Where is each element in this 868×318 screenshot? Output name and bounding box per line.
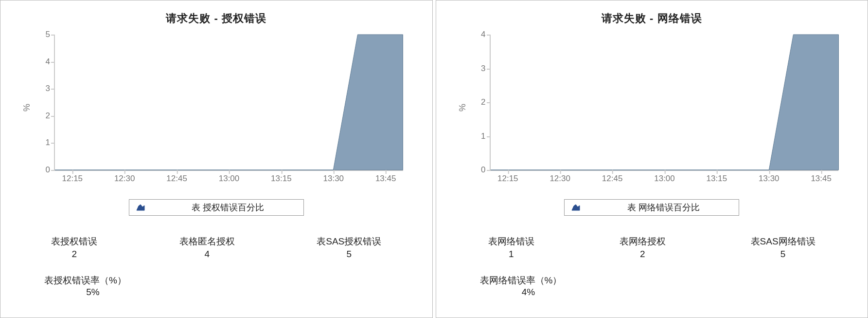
y-tick: 3	[471, 64, 486, 74]
y-tick: 2	[471, 97, 486, 107]
x-tick: 12:15	[497, 174, 518, 184]
y-tick: 0	[471, 165, 486, 175]
y-axis-label: %	[457, 104, 467, 112]
x-tick: 13:30	[759, 174, 779, 184]
panel-authorization-errors: 请求失败 - 授权错误 % 01234512:1512:3012:4513:00…	[0, 0, 433, 318]
legend-area-icon	[571, 204, 580, 211]
stat-value: 1	[488, 249, 534, 260]
stat-value: 5	[751, 249, 815, 260]
legend-label: 表 网络错误百分比	[595, 202, 732, 213]
footer-value: 5%	[44, 287, 142, 298]
x-tick: 12:15	[62, 174, 83, 184]
x-tick: 13:45	[375, 174, 396, 184]
x-tick: 13:00	[219, 174, 240, 184]
x-tick: 12:45	[166, 174, 187, 184]
x-tick: 12:30	[114, 174, 135, 184]
footer-label: 表授权错误率（%）	[44, 274, 423, 287]
area-series	[55, 35, 403, 170]
y-tick: 3	[35, 84, 50, 94]
area-svg-1	[491, 35, 839, 170]
legend-area-icon	[136, 204, 145, 211]
x-tick: 13:15	[707, 174, 727, 184]
y-tick: 4	[471, 30, 486, 39]
y-tick: 4	[35, 57, 50, 67]
stat-label: 表网络授权	[620, 235, 666, 248]
dashboard: 请求失败 - 授权错误 % 01234512:1512:3012:4513:00…	[0, 0, 868, 318]
chart-title: 请求失败 - 网络错误	[446, 11, 858, 26]
stat-value: 2	[620, 249, 666, 260]
x-tick: 12:45	[602, 174, 623, 184]
legend-label: 表 授权错误百分比	[159, 202, 297, 213]
panel-network-errors: 请求失败 - 网络错误 % 0123412:1512:3012:4513:001…	[436, 0, 868, 318]
x-tick: 13:15	[271, 174, 292, 184]
stat-value: 4	[179, 249, 235, 260]
footer-label: 表网络错误率（%）	[480, 274, 858, 287]
chart-area-0[interactable]: % 01234512:1512:3012:4513:0013:1513:3013…	[25, 30, 408, 186]
stat-value: 2	[51, 249, 97, 260]
stats-row-1: 表网络错误 1 表网络授权 2 表SAS网络错误 5	[446, 235, 858, 260]
stat-value: 5	[317, 249, 381, 260]
y-axis-label: %	[22, 104, 32, 112]
footer-stat-1: 表网络错误率（%） 4%	[480, 274, 858, 298]
footer-stat-0: 表授权错误率（%） 5%	[44, 274, 423, 298]
y-tick: 0	[35, 165, 50, 175]
stat-1-2: 表SAS网络错误 5	[751, 235, 815, 260]
chart-area-1[interactable]: % 0123412:1512:3012:4513:0013:1513:3013:…	[461, 30, 844, 186]
area-svg-0	[55, 35, 403, 170]
stat-label: 表SAS网络错误	[751, 235, 815, 248]
stat-label: 表授权错误	[51, 235, 97, 248]
stat-0-1: 表格匿名授权 4	[179, 235, 235, 260]
x-tick: 12:30	[549, 174, 570, 184]
y-tick: 2	[35, 111, 50, 121]
stat-label: 表网络错误	[488, 235, 534, 248]
stats-row-0: 表授权错误 2 表格匿名授权 4 表SAS授权错误 5	[10, 235, 423, 260]
y-tick: 1	[35, 138, 50, 148]
y-tick: 5	[35, 30, 50, 39]
stat-1-1: 表网络授权 2	[620, 235, 666, 260]
stat-0-0: 表授权错误 2	[51, 235, 97, 260]
chart-axes-1: 0123412:1512:3012:4513:0013:1513:3013:45	[490, 35, 839, 171]
chart-axes-0: 01234512:1512:3012:4513:0013:1513:3013:4…	[54, 35, 403, 171]
legend-0[interactable]: 表 授权错误百分比	[129, 199, 304, 216]
chart-title: 请求失败 - 授权错误	[10, 11, 423, 26]
legend-1[interactable]: 表 网络错误百分比	[564, 199, 739, 216]
stat-label: 表SAS授权错误	[317, 235, 381, 248]
stat-0-2: 表SAS授权错误 5	[317, 235, 381, 260]
y-tick: 1	[471, 131, 486, 141]
x-tick: 13:00	[654, 174, 675, 184]
x-tick: 13:45	[811, 174, 832, 184]
stat-1-0: 表网络错误 1	[488, 235, 534, 260]
footer-value: 4%	[480, 287, 577, 298]
area-series	[491, 35, 839, 170]
x-tick: 13:30	[323, 174, 344, 184]
stat-label: 表格匿名授权	[179, 235, 235, 248]
